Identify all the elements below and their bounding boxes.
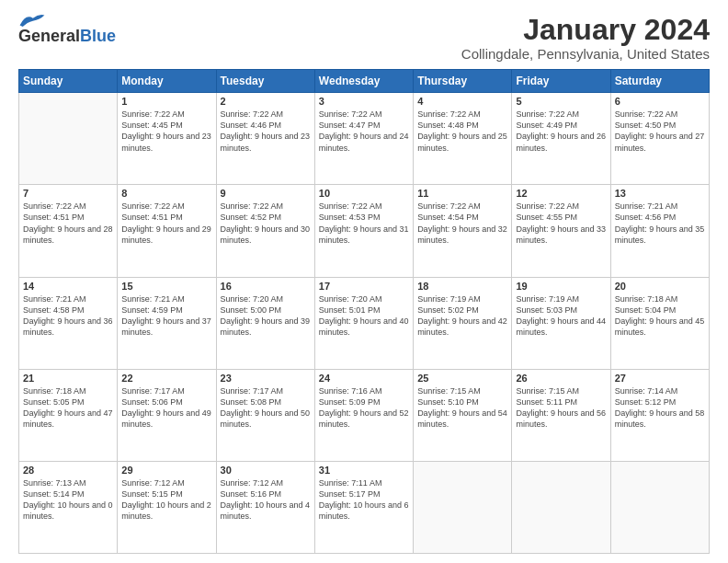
day-number: 28 xyxy=(23,465,113,476)
day-number: 20 xyxy=(615,281,705,292)
day-info: Sunrise: 7:21 AM Sunset: 4:58 PM Dayligh… xyxy=(23,293,113,339)
day-info: Sunrise: 7:22 AM Sunset: 4:51 PM Dayligh… xyxy=(23,201,113,246)
day-info: Sunrise: 7:15 AM Sunset: 5:11 PM Dayligh… xyxy=(516,385,606,431)
day-number: 24 xyxy=(319,373,409,384)
calendar-cell: 24Sunrise: 7:16 AM Sunset: 5:09 PM Dayli… xyxy=(314,369,413,461)
day-info: Sunrise: 7:22 AM Sunset: 4:51 PM Dayligh… xyxy=(121,201,211,246)
day-header-monday: Monday xyxy=(118,70,216,93)
day-number: 16 xyxy=(221,281,311,292)
calendar-cell: 26Sunrise: 7:15 AM Sunset: 5:11 PM Dayli… xyxy=(512,369,610,461)
calendar-table: SundayMondayTuesdayWednesdayThursdayFrid… xyxy=(18,69,710,554)
day-number: 25 xyxy=(417,373,507,384)
day-number: 22 xyxy=(121,373,211,384)
day-number: 10 xyxy=(319,188,409,199)
day-number: 21 xyxy=(23,373,113,384)
calendar-cell: 7Sunrise: 7:22 AM Sunset: 4:51 PM Daylig… xyxy=(19,185,118,277)
calendar-cell: 28Sunrise: 7:13 AM Sunset: 5:14 PM Dayli… xyxy=(19,461,118,553)
day-number: 15 xyxy=(121,281,211,292)
day-info: Sunrise: 7:13 AM Sunset: 5:14 PM Dayligh… xyxy=(23,477,113,523)
day-header-tuesday: Tuesday xyxy=(216,70,314,93)
day-info: Sunrise: 7:22 AM Sunset: 4:47 PM Dayligh… xyxy=(319,109,409,154)
calendar-cell: 18Sunrise: 7:19 AM Sunset: 5:02 PM Dayli… xyxy=(414,277,512,369)
calendar-cell: 25Sunrise: 7:15 AM Sunset: 5:10 PM Dayli… xyxy=(414,369,512,461)
logo-blue: Blue xyxy=(80,27,116,45)
calendar-cell xyxy=(19,93,118,185)
day-info: Sunrise: 7:14 AM Sunset: 5:12 PM Dayligh… xyxy=(615,385,705,431)
day-number: 17 xyxy=(319,281,409,292)
day-info: Sunrise: 7:22 AM Sunset: 4:53 PM Dayligh… xyxy=(319,201,409,246)
day-number: 19 xyxy=(516,281,606,292)
day-info: Sunrise: 7:22 AM Sunset: 4:46 PM Dayligh… xyxy=(221,109,311,154)
day-info: Sunrise: 7:17 AM Sunset: 5:06 PM Dayligh… xyxy=(121,385,211,431)
calendar-cell: 10Sunrise: 7:22 AM Sunset: 4:53 PM Dayli… xyxy=(314,185,413,277)
calendar-cell: 3Sunrise: 7:22 AM Sunset: 4:47 PM Daylig… xyxy=(314,93,413,185)
calendar-week-row: 1Sunrise: 7:22 AM Sunset: 4:45 PM Daylig… xyxy=(19,93,710,185)
day-number: 30 xyxy=(221,465,311,476)
day-number: 7 xyxy=(23,188,113,199)
calendar-cell: 31Sunrise: 7:11 AM Sunset: 5:17 PM Dayli… xyxy=(314,461,413,553)
calendar-cell: 30Sunrise: 7:12 AM Sunset: 5:16 PM Dayli… xyxy=(216,461,314,553)
day-number: 31 xyxy=(319,465,409,476)
day-info: Sunrise: 7:22 AM Sunset: 4:49 PM Dayligh… xyxy=(516,109,606,154)
calendar-cell: 22Sunrise: 7:17 AM Sunset: 5:06 PM Dayli… xyxy=(118,369,216,461)
calendar-cell: 29Sunrise: 7:12 AM Sunset: 5:15 PM Dayli… xyxy=(118,461,216,553)
day-info: Sunrise: 7:12 AM Sunset: 5:16 PM Dayligh… xyxy=(221,477,311,523)
calendar-week-row: 21Sunrise: 7:18 AM Sunset: 5:05 PM Dayli… xyxy=(19,369,710,461)
calendar-cell: 20Sunrise: 7:18 AM Sunset: 5:04 PM Dayli… xyxy=(610,277,709,369)
day-info: Sunrise: 7:12 AM Sunset: 5:15 PM Dayligh… xyxy=(121,477,211,523)
calendar-cell: 23Sunrise: 7:17 AM Sunset: 5:08 PM Dayli… xyxy=(216,369,314,461)
day-number: 12 xyxy=(516,188,606,199)
day-number: 2 xyxy=(221,96,311,107)
day-info: Sunrise: 7:18 AM Sunset: 5:04 PM Dayligh… xyxy=(615,293,705,339)
page: GeneralBlue January 2024 Collingdale, Pe… xyxy=(0,0,728,563)
day-info: Sunrise: 7:19 AM Sunset: 5:02 PM Dayligh… xyxy=(417,293,507,339)
day-number: 4 xyxy=(417,96,507,107)
calendar-cell: 16Sunrise: 7:20 AM Sunset: 5:00 PM Dayli… xyxy=(216,277,314,369)
calendar-cell: 11Sunrise: 7:22 AM Sunset: 4:54 PM Dayli… xyxy=(414,185,512,277)
day-info: Sunrise: 7:11 AM Sunset: 5:17 PM Dayligh… xyxy=(319,477,409,523)
calendar-week-row: 7Sunrise: 7:22 AM Sunset: 4:51 PM Daylig… xyxy=(19,185,710,277)
day-number: 26 xyxy=(516,373,606,384)
logo-icon xyxy=(18,12,46,29)
day-number: 3 xyxy=(319,96,409,107)
day-number: 11 xyxy=(417,188,507,199)
day-number: 6 xyxy=(615,96,705,107)
calendar-cell: 21Sunrise: 7:18 AM Sunset: 5:05 PM Dayli… xyxy=(19,369,118,461)
calendar-subtitle: Collingdale, Pennsylvania, United States xyxy=(461,46,710,62)
calendar-week-row: 14Sunrise: 7:21 AM Sunset: 4:58 PM Dayli… xyxy=(19,277,710,369)
calendar-cell: 6Sunrise: 7:22 AM Sunset: 4:50 PM Daylig… xyxy=(610,93,709,185)
calendar-header-row: SundayMondayTuesdayWednesdayThursdayFrid… xyxy=(19,70,710,93)
day-info: Sunrise: 7:22 AM Sunset: 4:55 PM Dayligh… xyxy=(516,201,606,246)
calendar-cell: 17Sunrise: 7:20 AM Sunset: 5:01 PM Dayli… xyxy=(314,277,413,369)
calendar-cell xyxy=(512,461,610,553)
day-info: Sunrise: 7:22 AM Sunset: 4:45 PM Dayligh… xyxy=(121,109,211,154)
day-number: 27 xyxy=(615,373,705,384)
day-info: Sunrise: 7:17 AM Sunset: 5:08 PM Dayligh… xyxy=(221,385,311,431)
day-header-thursday: Thursday xyxy=(414,70,512,93)
calendar-week-row: 28Sunrise: 7:13 AM Sunset: 5:14 PM Dayli… xyxy=(19,461,710,553)
day-number: 1 xyxy=(121,96,211,107)
day-header-saturday: Saturday xyxy=(610,70,709,93)
header: GeneralBlue January 2024 Collingdale, Pe… xyxy=(18,14,710,62)
day-info: Sunrise: 7:22 AM Sunset: 4:52 PM Dayligh… xyxy=(221,201,311,246)
day-info: Sunrise: 7:20 AM Sunset: 5:00 PM Dayligh… xyxy=(221,293,311,339)
day-info: Sunrise: 7:19 AM Sunset: 5:03 PM Dayligh… xyxy=(516,293,606,339)
day-number: 5 xyxy=(516,96,606,107)
day-header-friday: Friday xyxy=(512,70,610,93)
day-header-sunday: Sunday xyxy=(19,70,118,93)
logo: GeneralBlue xyxy=(18,14,116,46)
title-area: January 2024 Collingdale, Pennsylvania, … xyxy=(461,14,710,62)
day-number: 23 xyxy=(221,373,311,384)
day-info: Sunrise: 7:18 AM Sunset: 5:05 PM Dayligh… xyxy=(23,385,113,431)
calendar-cell: 14Sunrise: 7:21 AM Sunset: 4:58 PM Dayli… xyxy=(19,277,118,369)
calendar-cell: 19Sunrise: 7:19 AM Sunset: 5:03 PM Dayli… xyxy=(512,277,610,369)
calendar-title: January 2024 xyxy=(461,14,710,46)
day-info: Sunrise: 7:22 AM Sunset: 4:54 PM Dayligh… xyxy=(417,201,507,246)
day-number: 18 xyxy=(417,281,507,292)
day-info: Sunrise: 7:22 AM Sunset: 4:50 PM Dayligh… xyxy=(615,109,705,154)
day-number: 29 xyxy=(121,465,211,476)
day-info: Sunrise: 7:16 AM Sunset: 5:09 PM Dayligh… xyxy=(319,385,409,431)
day-info: Sunrise: 7:20 AM Sunset: 5:01 PM Dayligh… xyxy=(319,293,409,339)
calendar-cell: 9Sunrise: 7:22 AM Sunset: 4:52 PM Daylig… xyxy=(216,185,314,277)
calendar-cell: 13Sunrise: 7:21 AM Sunset: 4:56 PM Dayli… xyxy=(610,185,709,277)
